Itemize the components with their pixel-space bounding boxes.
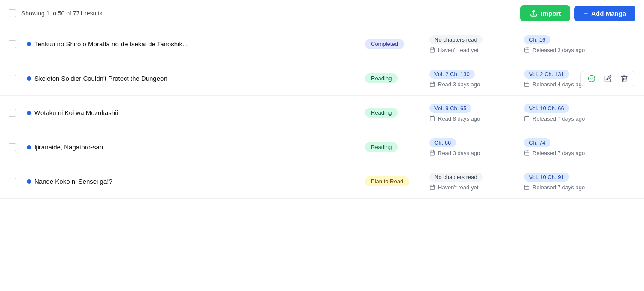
unread-dot (27, 42, 31, 46)
mark-read-button[interactable] (584, 73, 599, 84)
manga-title[interactable]: Skeleton Soldier Couldn't Protect the Du… (34, 75, 167, 82)
svg-rect-9 (430, 82, 435, 87)
read-date-info: Read 3 days ago (429, 150, 524, 156)
calendar-icon (429, 184, 435, 190)
latest-chapter-badge[interactable]: Ch. 74 (524, 138, 550, 147)
top-bar: Showing 1 to 50 of 771 results Import + … (0, 0, 644, 27)
svg-rect-26 (430, 151, 435, 155)
status-badge[interactable]: Reading (365, 108, 398, 118)
release-date-text: Released 4 days ago (532, 81, 585, 88)
svg-rect-18 (430, 116, 435, 121)
read-date-text: Haven't read yet (438, 47, 478, 53)
read-date-info: Read 3 days ago (429, 81, 524, 88)
unread-dot (27, 111, 31, 115)
svg-rect-30 (525, 151, 529, 155)
read-col: No chapters read Haven't read yet (429, 35, 524, 53)
status-badge[interactable]: Plan to Read (365, 176, 409, 186)
read-col: Vol. 2 Ch. 130 Read 3 days ago (429, 70, 524, 88)
checkbox-col (9, 178, 24, 185)
calendar-icon (429, 47, 435, 53)
manga-title[interactable]: Nande Koko ni Sensei ga!? (34, 178, 112, 185)
latest-chapter-badge[interactable]: Vol. 2 Ch. 131 (524, 70, 569, 79)
release-col: Vol. 10 Ch. 91 Released 7 days ago (524, 173, 635, 191)
add-manga-button[interactable]: + Add Manga (574, 6, 635, 21)
release-date-info: Released 7 days ago (524, 115, 635, 122)
release-date-text: Released 7 days ago (532, 115, 585, 122)
title-col: Wotaku ni Koi wa Muzukashii (34, 109, 365, 116)
row-checkbox-2[interactable] (9, 75, 16, 82)
read-date-info: Haven't read yet (429, 184, 524, 191)
edit-icon (604, 75, 612, 82)
title-col: Skeleton Soldier Couldn't Protect the Du… (34, 75, 365, 82)
action-buttons (580, 71, 635, 86)
status-col: Completed (365, 39, 429, 49)
dot-col (24, 76, 34, 81)
checkbox-col (9, 40, 24, 48)
latest-chapter-badge[interactable]: Ch. 16 (524, 35, 550, 44)
import-button[interactable]: Import (520, 5, 571, 21)
manga-row: Wotaku ni Koi wa Muzukashii Reading Vol.… (0, 96, 644, 130)
release-date-info: Released 3 days ago (524, 47, 635, 53)
check-circle-icon (588, 75, 595, 82)
status-badge[interactable]: Reading (365, 73, 398, 83)
manga-list: Tenkuu no Shiro o Moratta no de Isekai d… (0, 27, 644, 199)
dot-col (24, 111, 34, 115)
checkbox-col (9, 109, 24, 117)
release-date-text: Released 7 days ago (532, 150, 585, 156)
calendar-icon (524, 81, 530, 87)
checkbox-col (9, 143, 24, 151)
release-date-text: Released 7 days ago (532, 184, 585, 191)
calendar-icon (524, 47, 530, 53)
svg-rect-1 (430, 48, 435, 52)
dot-col (24, 179, 34, 184)
dot-col (24, 42, 34, 46)
svg-rect-5 (525, 48, 529, 52)
calendar-icon (429, 81, 435, 87)
read-date-text: Read 8 days ago (438, 115, 480, 122)
latest-chapter-badge[interactable]: Vol. 10 Ch. 66 (524, 104, 569, 113)
status-col: Reading (365, 108, 429, 118)
release-date-info: Released 7 days ago (524, 150, 635, 156)
read-col: Vol. 9 Ch. 65 Read 8 days ago (429, 104, 524, 122)
read-col: Ch. 66 Read 3 days ago (429, 138, 524, 156)
calendar-icon (524, 150, 530, 156)
latest-chapter-badge[interactable]: Vol. 10 Ch. 91 (524, 173, 569, 182)
status-badge[interactable]: Completed (365, 39, 404, 49)
status-badge[interactable]: Reading (365, 142, 398, 152)
status-col: Reading (365, 73, 429, 83)
read-chapter-badge: Ch. 66 (429, 138, 456, 147)
delete-button[interactable] (617, 73, 632, 84)
no-chapters-badge: No chapters read (429, 173, 483, 182)
row-checkbox-3[interactable] (9, 109, 16, 117)
calendar-icon (429, 150, 435, 156)
calendar-icon (524, 115, 530, 121)
release-col: Vol. 10 Ch. 66 Released 7 days ago (524, 104, 635, 122)
release-col: Ch. 74 Released 7 days ago (524, 138, 635, 156)
select-all-checkbox[interactable] (9, 9, 16, 17)
title-col: Nande Koko ni Sensei ga!? (34, 178, 365, 185)
plus-icon: + (584, 10, 588, 17)
release-date-text: Released 3 days ago (532, 47, 585, 53)
read-chapter-badge: Vol. 2 Ch. 130 (429, 70, 475, 79)
svg-rect-13 (525, 82, 529, 87)
edit-button[interactable] (601, 73, 615, 84)
release-col: Ch. 16 Released 3 days ago (524, 35, 635, 53)
status-col: Reading (365, 142, 429, 152)
read-col: No chapters read Haven't read yet (429, 173, 524, 191)
manga-title[interactable]: Wotaku ni Koi wa Muzukashii (34, 109, 118, 116)
row-checkbox-5[interactable] (9, 178, 16, 185)
read-chapter-badge: Vol. 9 Ch. 65 (429, 104, 471, 113)
status-col: Plan to Read (365, 176, 429, 186)
release-date-info: Released 7 days ago (524, 184, 635, 191)
unread-dot (27, 179, 31, 184)
unread-dot (27, 145, 31, 149)
row-checkbox-4[interactable] (9, 143, 16, 151)
manga-title[interactable]: Ijiranaide, Nagatoro-san (34, 143, 103, 151)
read-date-info: Haven't read yet (429, 47, 524, 53)
row-checkbox-1[interactable] (9, 40, 16, 48)
no-chapters-badge: No chapters read (429, 35, 483, 44)
showing-text: Showing 1 to 50 of 771 results (21, 10, 102, 17)
manga-title[interactable]: Tenkuu no Shiro o Moratta no de Isekai d… (34, 40, 188, 48)
svg-rect-34 (430, 185, 435, 190)
calendar-icon (524, 184, 530, 190)
